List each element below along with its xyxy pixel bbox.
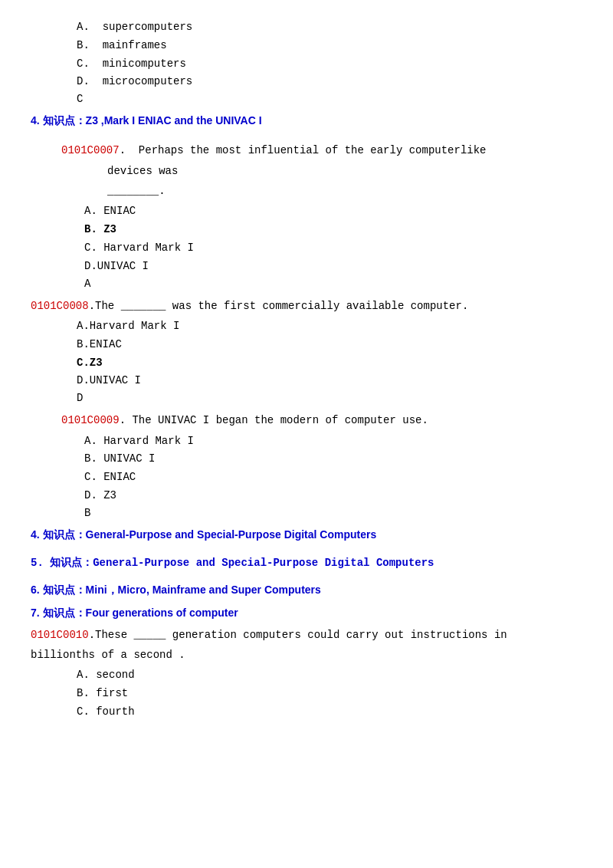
q0007-text3: ________. (107, 185, 166, 197)
option-c-mini: C. minicomputers (77, 55, 582, 74)
q0010-id: 0101C0010 (31, 629, 89, 641)
q0009-answer: B (84, 507, 582, 519)
section5-header: 5. 知识点：General-Purpose and Special-Purpo… (31, 556, 582, 570)
q0009-opt-c: C. ENIAC (84, 469, 582, 487)
section4-header: 4. 知识点：Z3 ,Mark I ENIAC and the UNIVAC I (31, 114, 582, 128)
section6-header: 6. 知识点：Mini，Micro, Mainframe and Super C… (31, 584, 582, 597)
q0008-text: .The _______ was the first commercially … (89, 300, 469, 312)
q0009-id: 0101C0009 (61, 414, 120, 426)
q0007-opt-b: B. Z3 (84, 221, 582, 239)
question-0010: 0101C0010.These _____ generation compute… (31, 626, 582, 722)
q0007-answer: A (84, 278, 582, 290)
question-0009: 0101C0009. The UNIVAC I began the modern… (31, 412, 582, 519)
q0007-opt-c: C. Harvard Mark I (84, 239, 582, 258)
q0010-opt-b: B. first (77, 685, 582, 703)
q0007-opt-d: D.UNIVAC I (84, 258, 582, 276)
q0009-opt-d: D. Z3 (84, 487, 582, 505)
section7-header-wrap: 7. 知识点：Four generations of computer (31, 607, 582, 620)
q0010-options: A. second B. first C. fourth (77, 666, 582, 721)
question-0008: 0101C0008.The _______ was the first comm… (31, 298, 582, 405)
q0008-answer: D (77, 392, 582, 404)
options-block-top: A. supercomputers B. mainframes C. minic… (31, 18, 582, 105)
q0009-text: . The UNIVAC I began the modern of compu… (120, 414, 428, 426)
q0009-opt-b: B. UNIVAC I (84, 450, 582, 469)
option-d-micro: D. microcomputers (77, 73, 582, 91)
q0008-opt-b: B.ENIAC (77, 336, 582, 354)
section7-header: 7. 知识点：Four generations of computer (31, 607, 582, 620)
q0010-text1: .These _____ generation computers could … (89, 629, 507, 641)
q0008-id: 0101C0008 (31, 300, 89, 312)
question-0007: 0101C0007. Perhaps the most influential … (31, 142, 582, 289)
q0007-id: 0101C0007 (61, 144, 120, 156)
q0009-opt-a: A. Harvard Mark I (84, 432, 582, 451)
q0010-opt-a: A. second (77, 666, 582, 685)
q0010-text2: billionths of a second . (31, 649, 185, 661)
q0008-opt-a: A.Harvard Mark I (77, 317, 582, 336)
q0010-opt-c: C. fourth (77, 703, 582, 722)
option-b-main: B. mainframes (77, 37, 582, 55)
option-a-super: A. supercomputers (77, 18, 582, 37)
answer-top: C (77, 93, 582, 105)
q0007-opt-a: A. ENIAC (84, 202, 582, 221)
q0008-opt-c: C.Z3 (77, 354, 582, 373)
q0008-opt-d: D.UNIVAC I (77, 372, 582, 390)
section4b-header: 4. 知识点：General-Purpose and Special-Purpo… (31, 528, 582, 542)
q0007-text2: devices was (107, 165, 178, 177)
q0007-text1: . Perhaps the most influential of the ea… (120, 144, 487, 156)
